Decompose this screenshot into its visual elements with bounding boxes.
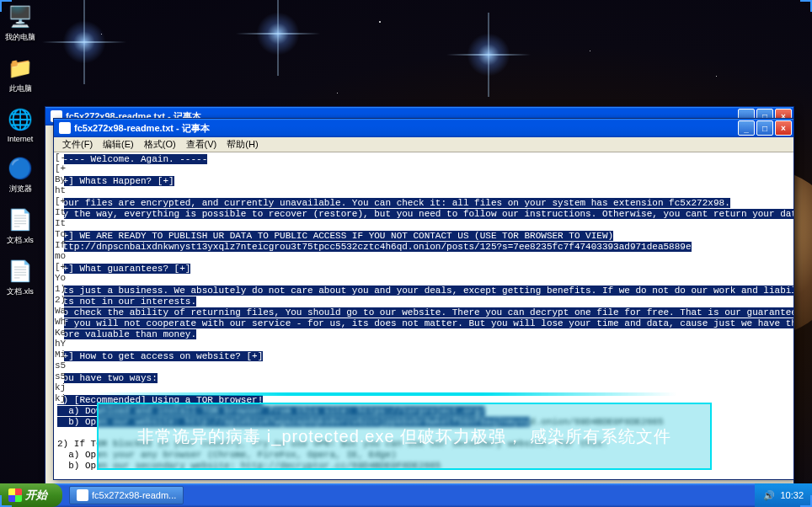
text-line — [57, 165, 790, 176]
text-line: more valuable than money. — [57, 329, 790, 340]
text-line — [57, 253, 790, 264]
menu-item[interactable]: 编辑(E) — [98, 137, 139, 152]
menubar: 文件(F)编辑(E)格式(O)查看(V)帮助(H) — [54, 137, 793, 152]
menu-item[interactable]: 文件(F) — [57, 137, 98, 152]
start-button[interactable]: 开始 — [0, 483, 62, 507]
desktop-icon[interactable]: 📄文档.xls — [3, 258, 37, 297]
start-label: 开始 — [25, 488, 47, 503]
maximize-button[interactable]: □ — [756, 120, 773, 136]
text-line — [57, 187, 790, 198]
menu-item[interactable]: 帮助(H) — [222, 137, 263, 152]
taskbar[interactable]: 开始 fc5x272x98-readm... 🔊 10:32 — [0, 483, 812, 507]
text-line: If you will not cooperate with our servi… — [57, 318, 790, 329]
text-line: [+] What guarantees? [+] — [57, 264, 790, 275]
lens-flare — [463, 29, 514, 80]
notepad-icon — [59, 122, 71, 134]
app-icon: 📄 — [7, 258, 34, 285]
window-title: fc5x272x98-readme.txt - 记事本 — [74, 122, 738, 135]
text-line: [+] Whats Happen? [+] — [57, 176, 790, 187]
desktop-icon[interactable]: 📁此电脑 — [3, 55, 37, 94]
icon-label: Internet — [8, 135, 34, 143]
app-icon: 🌐 — [7, 106, 34, 133]
system-tray[interactable]: 🔊 10:32 — [755, 483, 812, 507]
text-line: http://dnpscnbaixdnkwnyst13yxqlz7nteicgr… — [57, 242, 790, 253]
icon-label: 浏览器 — [9, 184, 32, 195]
tray-time: 10:32 — [780, 490, 804, 500]
taskbar-item-label: fc5x272x98-readm... — [92, 490, 176, 500]
text-line: By the way, everything is possible to re… — [57, 209, 790, 220]
icon-label: 文档.xls — [7, 286, 34, 297]
text-line: To check the ability of returning files,… — [57, 307, 790, 318]
app-icon: 📁 — [7, 55, 34, 82]
text-line: [+] WE ARE READY TO PUBLISH UR DATA TO P… — [57, 231, 790, 242]
tray-icon[interactable]: 🔊 — [763, 490, 775, 501]
text-line: Its just a business. We absolutely do no… — [57, 286, 790, 296]
text-line: ----- Welcome. Again. ----- — [57, 154, 790, 165]
icon-label: 文档.xls — [7, 235, 34, 246]
text-line — [57, 340, 790, 351]
lens-flare — [253, 8, 303, 59]
minimize-button[interactable]: _ — [738, 120, 755, 136]
app-icon: 📄 — [7, 206, 34, 233]
desktop-icon[interactable]: 🔵浏览器 — [3, 155, 37, 195]
left-gutter-fragment: [- [+By ht [+ ItItToIfmo [+ Yo 1) 2) WaW… — [54, 152, 64, 404]
desktop-icon[interactable]: 📄文档.xls — [3, 206, 37, 246]
text-line: Your files are encrypted, and currently … — [57, 198, 790, 209]
text-line: [+] How to get access on website? [+] — [57, 351, 790, 362]
icon-label: 我的电脑 — [5, 32, 35, 43]
notepad-icon — [77, 489, 88, 501]
app-icon: 🖥️ — [7, 3, 34, 30]
close-button[interactable]: × — [775, 120, 792, 136]
text-line: Its not in our interests. — [57, 296, 790, 307]
desktop-icon[interactable]: 🖥️我的电脑 — [3, 3, 37, 43]
app-icon: 🔵 — [7, 155, 34, 182]
caption-text: 非常诡异的病毒 i_protected.exe 但破坏力极强， 感染所有系统文件 — [137, 424, 670, 449]
video-caption-overlay: 非常诡异的病毒 i_protected.exe 但破坏力极强， 感染所有系统文件 — [97, 403, 712, 470]
text-line — [57, 362, 790, 373]
desktop-icon[interactable]: 🌐Internet — [3, 106, 37, 143]
taskbar-item[interactable]: fc5x272x98-readm... — [69, 486, 184, 504]
text-line — [57, 472, 790, 479]
text-line — [57, 220, 790, 231]
menu-item[interactable]: 查看(V) — [181, 137, 222, 152]
icon-label: 此电脑 — [9, 83, 32, 94]
lens-flare — [59, 17, 110, 67]
text-line: You have two ways: — [57, 373, 790, 384]
titlebar[interactable]: fc5x272x98-readme.txt - 记事本 _ □ × — [54, 119, 793, 137]
menu-item[interactable]: 格式(O) — [139, 137, 181, 152]
text-line — [57, 275, 790, 286]
desktop-icons: 🖥️我的电脑📁此电脑🌐Internet🔵浏览器📄文档.xls📄文档.xls — [3, 3, 37, 297]
